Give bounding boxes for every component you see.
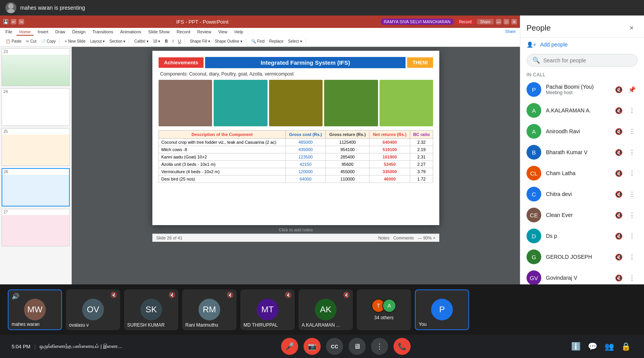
people-list-item[interactable]: AA.KALARAMAN A.🔇⋮: [520, 100, 644, 121]
people-pin-btn[interactable]: 📌: [626, 84, 638, 95]
tab-design[interactable]: Design: [69, 29, 88, 36]
slide-thumb-24[interactable]: 24: [2, 88, 70, 126]
people-more-btn[interactable]: ⋮: [626, 167, 638, 179]
copy-btn[interactable]: 📄 Copy: [39, 38, 58, 44]
chat-btn[interactable]: 💬: [586, 340, 599, 353]
people-more-btn[interactable]: ⋮: [626, 126, 638, 137]
participant-tile[interactable]: 🔇RMRani Marimuthu: [182, 289, 237, 330]
ppt-redo-btn[interactable]: ↪: [19, 19, 24, 24]
people-mic-btn[interactable]: 🔇: [613, 251, 625, 263]
font-size-btn[interactable]: 18 ▾: [151, 38, 162, 44]
slide-thumb-25[interactable]: 25: [2, 128, 70, 166]
people-list-item[interactable]: GVGovindaraj V🔇⋮: [520, 267, 644, 284]
zoom-controls[interactable]: — 90% +: [418, 236, 435, 240]
new-slide-btn[interactable]: + New Slide: [63, 38, 88, 44]
you-tile[interactable]: PYou: [415, 289, 469, 330]
more-control-btn[interactable]: ⋮: [371, 338, 388, 355]
tab-home[interactable]: Home: [16, 29, 34, 36]
people-mic-btn[interactable]: 🔇: [613, 188, 625, 200]
people-more-btn[interactable]: ⋮: [626, 105, 638, 116]
slide-thumb-26[interactable]: 26: [2, 168, 70, 207]
people-list-item[interactable]: DDs p🔇⋮: [520, 225, 644, 246]
present-control-btn[interactable]: 🖥: [349, 338, 366, 355]
people-more-btn[interactable]: ⋮: [626, 272, 638, 284]
add-people-row[interactable]: 👤+ Add people: [520, 38, 644, 52]
underline-btn[interactable]: U: [176, 38, 183, 44]
people-more-btn[interactable]: ⋮: [626, 146, 638, 158]
click-to-add-notes[interactable]: Click to add notes: [279, 227, 313, 232]
participant-tile[interactable]: 🔇SKSURESH KUMAR: [124, 289, 178, 330]
captions-control-btn[interactable]: CC: [326, 338, 343, 355]
tab-animations[interactable]: Animations: [117, 29, 144, 36]
camera-control-btn[interactable]: 📷: [304, 338, 321, 355]
people-more-btn[interactable]: ⋮: [626, 209, 638, 221]
people-more-btn[interactable]: ⋮: [626, 230, 638, 242]
font-name-btn[interactable]: Calibri ▾: [132, 38, 150, 44]
participant-tile[interactable]: 🔇OVovalasu v: [66, 289, 120, 330]
slide-panel[interactable]: 23 24 25 26: [0, 47, 72, 284]
others-tile[interactable]: TA34 others: [357, 289, 411, 330]
shape-fill-btn[interactable]: Shape Fill ▾: [188, 38, 212, 44]
share-ribbon-btn[interactable]: Share: [503, 29, 518, 36]
security-btn[interactable]: 🔒: [620, 340, 632, 353]
people-close-button[interactable]: ×: [625, 22, 638, 34]
close-btn[interactable]: ✕: [511, 19, 517, 24]
layout-btn[interactable]: Layout ▾: [88, 38, 107, 44]
info-btn[interactable]: ℹ️: [570, 340, 582, 353]
tab-record[interactable]: Record: [173, 29, 193, 36]
participant-tile[interactable]: 🔊MWmahes waran: [8, 289, 62, 330]
people-list-item[interactable]: BBharath Kumar V🔇⋮: [520, 142, 644, 163]
people-list-item[interactable]: CChitra devi🔇⋮: [520, 184, 644, 205]
people-list-item[interactable]: GGEROLD JOSEPH🔇⋮: [520, 246, 644, 267]
search-people-input[interactable]: [543, 57, 632, 64]
share-btn[interactable]: Share: [477, 19, 494, 24]
tab-transitions[interactable]: Transitions: [90, 29, 116, 36]
people-mic-btn[interactable]: 🔇: [613, 230, 625, 242]
end-call-btn[interactable]: 📞: [394, 338, 411, 355]
slide-thumb-27[interactable]: 27: [2, 209, 70, 246]
people-mic-btn[interactable]: 🔇: [613, 146, 625, 158]
notes-btn[interactable]: Notes: [378, 236, 390, 240]
select-btn[interactable]: Select ▾: [286, 38, 304, 44]
slide-thumb-23[interactable]: 23: [2, 48, 70, 86]
slide-main[interactable]: Achievements Integrated Farming System (…: [72, 47, 520, 284]
people-list-item[interactable]: CLCham Latha🔇⋮: [520, 163, 644, 184]
people-more-btn[interactable]: ⋮: [626, 188, 638, 200]
tab-file[interactable]: File: [2, 29, 16, 36]
tab-view[interactable]: View: [215, 29, 231, 36]
replace-btn[interactable]: Replace: [267, 38, 285, 44]
cut-btn[interactable]: ✂ Cut: [24, 38, 38, 44]
people-list-item[interactable]: PPachai Boomi (You)Meeting host🔇📌: [520, 79, 644, 100]
participant-tile[interactable]: 🔇AKA.KALARAMAN ...: [299, 289, 353, 330]
participant-tile[interactable]: 🔇MTMD THIRUPPAL: [240, 289, 295, 330]
people-list-item[interactable]: CEClean Ever🔇⋮: [520, 205, 644, 225]
ppt-save-btn[interactable]: 💾: [3, 19, 9, 24]
comments-btn[interactable]: Comments: [393, 236, 414, 240]
tab-insert[interactable]: Insert: [35, 29, 52, 36]
people-more-btn[interactable]: ⋮: [626, 251, 638, 263]
people-mic-btn[interactable]: 🔇: [613, 209, 625, 221]
tab-draw[interactable]: Draw: [52, 29, 69, 36]
section-btn[interactable]: Section ▾: [107, 38, 127, 44]
people-mic-btn[interactable]: 🔇: [613, 126, 625, 137]
people-btn[interactable]: 👥: [603, 340, 616, 353]
tab-review[interactable]: Review: [194, 29, 214, 36]
maximize-btn[interactable]: □: [504, 19, 509, 24]
paste-btn[interactable]: 📋 Paste: [4, 38, 23, 44]
search-people-box[interactable]: 🔍: [527, 54, 638, 67]
people-list-item[interactable]: AAniroodh Ravi🔇⋮: [520, 121, 644, 142]
mic-control-btn[interactable]: 🎤: [281, 338, 298, 355]
shape-outline-btn[interactable]: Shape Outline ▾: [213, 38, 244, 44]
people-mic-btn[interactable]: 🔇: [613, 272, 625, 284]
people-mic-btn[interactable]: 🔇: [613, 167, 625, 179]
bold-btn[interactable]: B: [163, 38, 169, 44]
people-mic-btn[interactable]: 🔇: [613, 84, 625, 95]
tab-help[interactable]: Help: [231, 29, 247, 36]
ppt-undo-btn[interactable]: ↩: [11, 19, 16, 24]
minimize-btn[interactable]: —: [496, 19, 501, 24]
people-mic-btn[interactable]: 🔇: [613, 105, 625, 116]
record-btn[interactable]: Record: [456, 19, 475, 24]
italic-btn[interactable]: I: [171, 38, 176, 44]
tab-slideshow[interactable]: Slide Show: [145, 29, 173, 36]
find-btn[interactable]: 🔍 Find: [249, 38, 266, 44]
